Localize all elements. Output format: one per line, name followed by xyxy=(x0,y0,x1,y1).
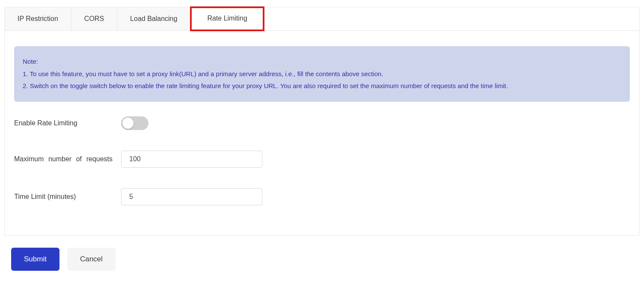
note-box: Note: 1. To use this feature, you must h… xyxy=(14,46,630,102)
row-max-requests: Maximum number of requests xyxy=(14,151,630,168)
enable-rate-limiting-toggle[interactable] xyxy=(121,116,148,130)
row-enable: Enable Rate Limiting xyxy=(14,116,630,130)
tab-load-balancing[interactable]: Load Balancing xyxy=(117,7,190,30)
action-bar: Submit Cancel xyxy=(4,248,640,271)
settings-panel: IP Restriction CORS Load Balancing Rate … xyxy=(4,7,640,236)
cancel-button[interactable]: Cancel xyxy=(67,248,116,271)
tab-cors[interactable]: CORS xyxy=(71,7,117,30)
note-line-2: 2. Switch on the toggle switch below to … xyxy=(23,80,621,92)
tab-bar: IP Restriction CORS Load Balancing Rate … xyxy=(5,7,639,31)
panel-body: Note: 1. To use this feature, you must h… xyxy=(5,31,639,235)
submit-button[interactable]: Submit xyxy=(11,248,59,271)
max-requests-input[interactable] xyxy=(121,151,262,168)
toggle-knob xyxy=(122,118,134,129)
time-limit-input[interactable] xyxy=(121,188,262,205)
time-limit-label: Time Limit (minutes) xyxy=(14,191,121,202)
row-time-limit: Time Limit (minutes) xyxy=(14,188,630,205)
note-title: Note: xyxy=(23,56,621,68)
enable-rate-limiting-label: Enable Rate Limiting xyxy=(14,117,121,129)
note-line-1: 1. To use this feature, you must have to… xyxy=(23,68,621,80)
max-requests-label: Maximum number of requests xyxy=(14,153,121,165)
tab-rate-limiting[interactable]: Rate Limiting xyxy=(190,6,264,31)
tab-ip-restriction[interactable]: IP Restriction xyxy=(5,7,71,30)
